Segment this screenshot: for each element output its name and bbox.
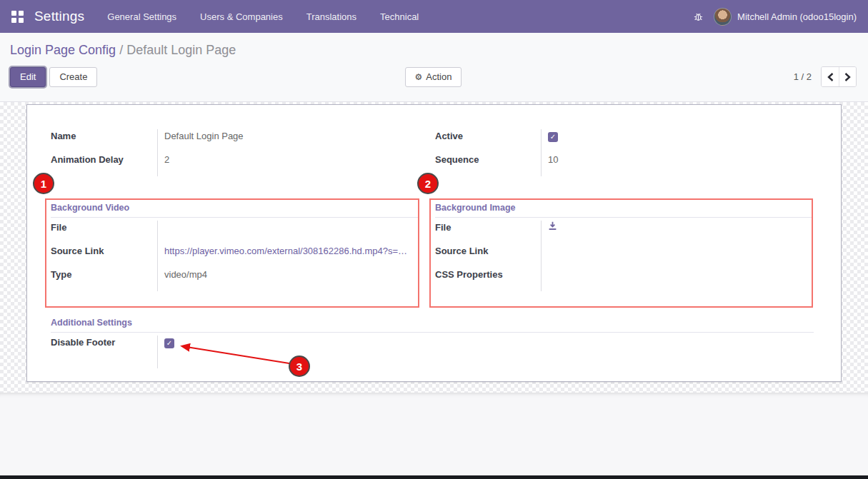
navbar-menu: General Settings Users & Companies Trans… — [107, 7, 419, 26]
css-properties-value — [541, 268, 813, 291]
field-row-sequence: Sequence 10 — [435, 153, 813, 176]
pager-count: 1 / 2 — [794, 71, 812, 82]
breadcrumb: Login Page Config / Default Login Page — [10, 41, 857, 59]
background-image-title: Background Image — [435, 203, 813, 218]
group-additional-settings: Additional Settings Disable Footer ✓ — [51, 318, 814, 368]
breadcrumb-separator: / — [119, 43, 123, 57]
active-value: ✓ — [541, 129, 813, 153]
download-icon[interactable] — [548, 221, 557, 233]
breadcrumb-parent-link[interactable]: Login Page Config — [10, 43, 116, 57]
disable-footer-label: Disable Footer — [51, 336, 157, 348]
edit-button[interactable]: Edit — [10, 67, 46, 87]
action-menu-button[interactable]: ⚙Action — [405, 67, 462, 87]
field-row-video-file: File — [51, 221, 419, 244]
field-row-video-source-link: Source Link https://player.vimeo.com/ext… — [51, 244, 419, 268]
video-file-value — [157, 221, 419, 244]
sequence-label: Sequence — [435, 153, 541, 166]
name-label: Name — [51, 129, 157, 142]
video-type-label: Type — [51, 268, 157, 281]
chevron-left-icon — [827, 73, 834, 81]
app-name[interactable]: Settings — [34, 9, 84, 24]
apps-menu-icon[interactable] — [11, 11, 24, 23]
menu-general-settings[interactable]: General Settings — [107, 7, 176, 26]
field-row-video-type: Type video/mp4 — [51, 268, 419, 291]
menu-translations[interactable]: Translations — [306, 7, 356, 26]
menu-technical[interactable]: Technical — [380, 7, 419, 26]
checkmark-icon: ✓ — [550, 133, 556, 141]
sequence-value: 10 — [541, 153, 813, 176]
field-row-image-file: File — [435, 221, 813, 244]
active-label: Active — [435, 129, 541, 142]
page-lower-background — [0, 393, 868, 475]
button-row: Edit Create ⚙Action 1 / 2 — [10, 66, 857, 87]
disable-footer-checkbox[interactable]: ✓ — [164, 338, 174, 348]
form-sheet: Name Default Login Page Animation Delay … — [26, 104, 842, 382]
css-properties-label: CSS Properties — [435, 268, 541, 281]
image-source-link-label: Source Link — [435, 244, 541, 257]
annotation-arrow — [174, 339, 302, 371]
checkmark-icon: ✓ — [166, 340, 172, 347]
animation-delay-label: Animation Delay — [51, 153, 157, 166]
background-video-title: Background Video — [51, 203, 419, 218]
pager-next-button[interactable] — [839, 67, 856, 86]
video-type-value: video/mp4 — [157, 268, 419, 291]
chevron-right-icon — [844, 73, 851, 81]
video-source-link-value[interactable]: https://player.vimeo.com/external/308162… — [157, 244, 419, 268]
debug-bug-icon[interactable] — [693, 11, 704, 22]
control-panel: Login Page Config / Default Login Page E… — [0, 33, 868, 102]
breadcrumb-current: Default Login Page — [126, 43, 236, 57]
form-view-background: Name Default Login Page Animation Delay … — [0, 102, 868, 393]
annotation-badge-1: 1 — [33, 173, 54, 194]
field-row-image-source-link: Source Link — [435, 244, 813, 268]
field-row-active: Active ✓ — [435, 129, 813, 153]
annotation-badge-3: 3 — [289, 356, 310, 377]
image-file-value — [541, 221, 813, 244]
group-main-right: Active ✓ Sequence 10 — [435, 129, 813, 176]
active-checkbox[interactable]: ✓ — [548, 132, 558, 142]
group-background-video: Background Video File Source Link https:… — [51, 203, 419, 291]
video-file-label: File — [51, 221, 157, 233]
animation-delay-value: 2 — [157, 153, 419, 176]
user-avatar[interactable] — [714, 8, 732, 26]
menu-users-companies[interactable]: Users & Companies — [200, 7, 283, 26]
pager-previous-button[interactable] — [822, 67, 839, 86]
field-row-name: Name Default Login Page — [51, 129, 419, 153]
video-source-link-label: Source Link — [51, 244, 157, 257]
navbar-right: Mitchell Admin (odoo15login) — [693, 8, 857, 26]
field-row-disable-footer: Disable Footer ✓ — [51, 336, 814, 368]
gear-icon: ⚙ — [415, 73, 423, 81]
group-main-left: Name Default Login Page Animation Delay … — [51, 129, 419, 176]
group-background-image: Background Image File Source Link CS — [435, 203, 813, 291]
pager: 1 / 2 — [794, 66, 857, 87]
field-row-css-properties: CSS Properties — [435, 268, 813, 291]
user-menu[interactable]: Mitchell Admin (odoo15login) — [737, 11, 857, 22]
field-row-animation-delay: Animation Delay 2 — [51, 153, 419, 176]
top-navbar: Settings General Settings Users & Compan… — [0, 0, 868, 33]
create-button[interactable]: Create — [49, 67, 97, 87]
image-file-label: File — [435, 221, 541, 233]
additional-settings-title: Additional Settings — [51, 318, 814, 333]
taskbar-sliver — [0, 475, 868, 479]
name-value: Default Login Page — [157, 129, 419, 153]
action-label: Action — [426, 71, 452, 82]
image-source-link-value — [541, 244, 813, 268]
annotation-badge-2: 2 — [417, 173, 439, 194]
